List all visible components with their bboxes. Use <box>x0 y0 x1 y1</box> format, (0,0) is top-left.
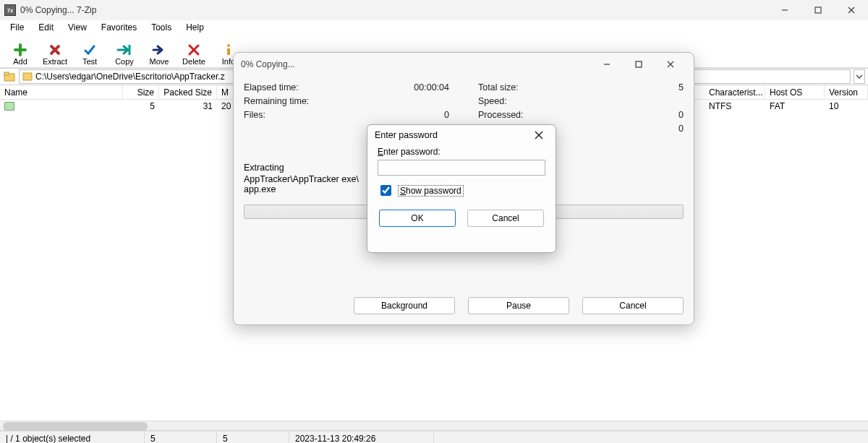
progress-cancel-button[interactable]: Cancel <box>582 297 684 314</box>
svg-rect-1 <box>815 7 821 13</box>
current-file-path: AppTracker\AppTracker exe\ app.exe <box>244 174 374 194</box>
svg-rect-5 <box>227 48 230 55</box>
password-dialog-titlebar[interactable]: Enter password <box>367 125 556 145</box>
svg-rect-10 <box>636 61 642 67</box>
plus-icon <box>14 43 27 57</box>
total-label: Total size: <box>478 82 519 93</box>
toolbar-test-label: Test <box>82 57 97 66</box>
folder-icon <box>4 102 14 111</box>
progress-minimize-button[interactable] <box>591 53 623 75</box>
delete-icon <box>188 43 200 57</box>
col-size[interactable]: Size <box>123 85 159 99</box>
status-count-1: 5 <box>145 431 217 443</box>
app-icon: 7z <box>4 4 16 16</box>
col-name[interactable]: Name <box>0 85 123 99</box>
toolbar-move-label: Move <box>150 57 169 66</box>
processed-value: 0 <box>678 110 684 120</box>
show-password-label: Show password <box>398 185 464 197</box>
toolbar-copy-label: Copy <box>115 57 134 66</box>
status-count-2: 5 <box>217 431 289 443</box>
folder-up-icon[interactable] <box>3 71 16 82</box>
menu-file[interactable]: File <box>3 21 31 34</box>
total-value: 5 <box>678 82 684 93</box>
progress-dialog-title: 0% Copying... <box>241 59 295 69</box>
menu-edit[interactable]: Edit <box>31 21 61 34</box>
menu-tools[interactable]: Tools <box>144 21 179 34</box>
files-value: 0 <box>444 110 449 120</box>
progress-maximize-button[interactable] <box>623 53 655 75</box>
password-input[interactable] <box>378 160 545 176</box>
password-ok-button[interactable]: OK <box>379 210 456 227</box>
main-titlebar: 7z 0% Copying... 7-Zip <box>0 0 868 20</box>
cell-modified: 20 <box>221 101 231 111</box>
status-bar: | / 1 object(s) selected 5 5 2023-11-13 … <box>0 431 868 443</box>
elapsed-value: 00:00:04 <box>414 82 449 93</box>
main-minimize-button[interactable] <box>768 0 801 20</box>
chevron-down-icon <box>856 73 863 80</box>
cell-packed-size: 31 <box>203 101 213 111</box>
progress-close-button[interactable] <box>655 53 686 75</box>
svg-rect-8 <box>23 73 32 80</box>
col-host-os[interactable]: Host OS <box>765 85 825 99</box>
scrollbar-thumb[interactable] <box>3 422 148 431</box>
toolbar-extract-label: Extract <box>43 57 67 66</box>
menu-favorites[interactable]: Favorites <box>94 21 144 34</box>
address-path: C:\Users\edgar\OneDrive\Escritorio\AppTr… <box>35 72 225 82</box>
processed-label: Processed: <box>478 110 524 120</box>
move-icon <box>152 43 166 57</box>
toolbar-delete-label: Delete <box>182 57 205 66</box>
cell-version: 10 <box>829 101 838 111</box>
password-dialog: Enter password Enter password: Show pass… <box>367 124 556 253</box>
toolbar-move[interactable]: Move <box>142 43 176 67</box>
toolbar-add[interactable]: Add <box>3 43 38 67</box>
show-password-checkbox-box[interactable] <box>380 185 391 196</box>
menu-view[interactable]: View <box>61 21 94 34</box>
toolbar-copy[interactable]: Copy <box>107 43 142 67</box>
address-dropdown[interactable] <box>854 69 865 84</box>
status-date: 2023-11-13 20:49:26 <box>289 431 434 443</box>
pause-button[interactable]: Pause <box>468 297 569 314</box>
menu-help[interactable]: Help <box>179 21 211 34</box>
cell-host-os: FAT <box>770 101 785 111</box>
password-field-label: Enter password: <box>378 147 545 157</box>
main-close-button[interactable] <box>835 0 868 20</box>
cell-size: 5 <box>150 101 155 111</box>
col-version[interactable]: Version <box>825 85 868 99</box>
window-title: 0% Copying... 7-Zip <box>20 5 96 15</box>
toolbar-test[interactable]: Test <box>72 43 107 67</box>
password-cancel-button[interactable]: Cancel <box>467 210 544 227</box>
svg-point-4 <box>227 44 230 47</box>
toolbar-delete[interactable]: Delete <box>176 43 211 67</box>
menubar: File Edit View Favorites Tools Help <box>0 20 868 35</box>
archive-icon <box>22 72 33 81</box>
toolbar-extract[interactable]: Extract <box>38 43 72 67</box>
remaining-label: Remaining time: <box>244 96 309 106</box>
main-maximize-button[interactable] <box>801 0 835 20</box>
background-button[interactable]: Background <box>354 297 455 314</box>
test-icon <box>83 43 96 57</box>
show-password-checkbox[interactable]: Show password <box>378 183 545 198</box>
horizontal-scrollbar[interactable] <box>0 421 868 431</box>
col-characteristics[interactable]: Characterist... <box>705 85 765 99</box>
extract-icon <box>48 43 61 57</box>
toolbar-add-label: Add <box>13 57 27 66</box>
svg-rect-7 <box>4 72 9 75</box>
col-modified[interactable]: M <box>217 85 226 99</box>
col-packed-size[interactable]: Packed Size <box>159 85 217 99</box>
cell-characteristics: NTFS <box>709 101 731 111</box>
copy-icon <box>116 43 132 57</box>
speed-label: Speed: <box>478 96 507 106</box>
elapsed-label: Elapsed time: <box>244 82 299 93</box>
status-selection: | / 1 object(s) selected <box>0 431 145 443</box>
files-label: Files: <box>244 110 265 120</box>
extra-value: 0 <box>678 124 684 134</box>
progress-dialog-titlebar[interactable]: 0% Copying... <box>234 53 694 76</box>
password-dialog-title: Enter password <box>375 130 438 140</box>
password-close-button[interactable] <box>529 126 548 145</box>
